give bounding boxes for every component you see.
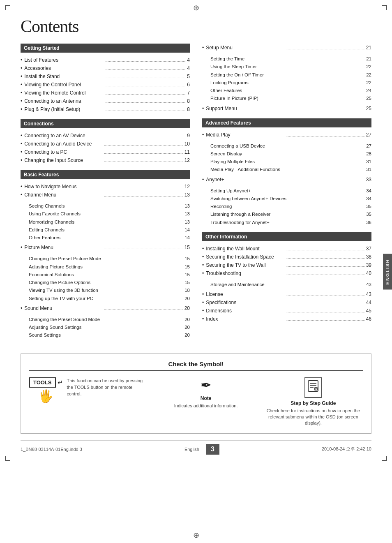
- dots: [286, 296, 364, 296]
- page-num: 44: [366, 299, 371, 306]
- page-num: 40: [366, 270, 371, 277]
- list-item: •Sound Menu20: [21, 304, 190, 312]
- sub-list-item: Changing the Preset Sound Mode20: [21, 316, 190, 323]
- page-num: 22: [366, 63, 371, 70]
- bullet: •: [202, 176, 204, 183]
- setup-menu-sublist: Setting the Time21 Using the Sleep Timer…: [202, 55, 371, 103]
- bullet: •: [202, 245, 204, 252]
- page-num: 33: [366, 176, 371, 183]
- support-menu-list: •Support Menu25: [202, 104, 371, 113]
- bullet: •: [21, 191, 22, 199]
- dots: [286, 110, 364, 110]
- bullet: •: [202, 44, 204, 51]
- symbol-items: TOOLS ↵ 🖐 This function can be used by p…: [29, 377, 363, 427]
- dots: [286, 266, 364, 267]
- entry-text: Economical Solutions: [29, 271, 184, 278]
- list-item: •Accessories4: [21, 64, 190, 72]
- entry-text: Plug & Play (Initial Setup): [24, 106, 104, 113]
- entry-text: Sound Menu: [24, 305, 103, 312]
- sub-list-item: Economical Solutions15: [21, 271, 190, 279]
- page-num: 39: [366, 261, 371, 269]
- symbol-box: Check the Symbol! TOOLS ↵ 🖐 This functio…: [21, 354, 371, 434]
- sub-list-item: Listening through a Receiver35: [202, 210, 371, 218]
- page-num: 27: [366, 143, 371, 150]
- page-num: 4: [187, 65, 190, 72]
- sub-list-item: Setting Up Anynet+34: [202, 187, 371, 195]
- page-num: 20: [184, 332, 190, 339]
- language-label: English: [184, 447, 199, 452]
- bullet: •: [21, 89, 22, 97]
- dots: [104, 145, 183, 146]
- list-item: •Securing the TV to the Wall39: [202, 261, 371, 269]
- corner-mark-tl: [5, 5, 10, 10]
- page-num: 37: [366, 245, 371, 252]
- entry-text: Sound Settings: [29, 332, 184, 339]
- entry-text: Storage and Maintenance: [210, 281, 366, 288]
- bullet: •: [21, 305, 22, 312]
- bullet: •: [21, 73, 22, 80]
- entry-text: Install the Stand: [24, 73, 104, 80]
- sub-list-item: Setting up the TV with your PC20: [21, 295, 190, 303]
- page-num: 24: [366, 87, 371, 94]
- page-num: 27: [366, 131, 371, 139]
- entry-text: Changing the Preset Picture Mode: [29, 255, 184, 262]
- list-item: •Connecting to an AV Device9: [21, 132, 190, 140]
- picture-menu-sublist: Changing the Preset Picture Mode15 Adjus…: [21, 255, 190, 303]
- tools-description: This function can be used by pressing th…: [67, 378, 143, 397]
- step-guide-icon: G: [304, 377, 322, 398]
- entry-text: Connecting to an AV Device: [24, 132, 104, 139]
- page-num: 6: [187, 81, 190, 88]
- other-info-list: •Installing the Wall Mount37 •Securing t…: [202, 245, 371, 277]
- page-num: 9: [187, 132, 190, 139]
- entry-text: Troubleshooting for Anynet+: [210, 219, 366, 226]
- note-label: Note: [201, 395, 212, 401]
- troubleshooting-sublist: Storage and Maintenance43: [202, 281, 371, 289]
- entry-text: Other Features: [29, 234, 184, 241]
- sub-list-item: Adjusting Sound Settings20: [21, 323, 190, 331]
- page-num: 20: [184, 305, 190, 312]
- bullet: •: [202, 315, 204, 323]
- page-num: 31: [366, 158, 371, 165]
- svg-text:G: G: [315, 388, 318, 391]
- sub-list-item: Changing the Preset Picture Mode15: [21, 255, 190, 263]
- list-item: •Support Menu25: [202, 104, 371, 113]
- page-num: 45: [366, 307, 371, 314]
- other-info-list2: •License43 •Specifications44 •Dimensions…: [202, 290, 371, 323]
- page-num: 12: [184, 183, 190, 190]
- anynet-list: •Anynet+33: [202, 176, 371, 184]
- basic-features-list: •How to Navigate Menus12 •Channel Menu13: [21, 183, 190, 199]
- bottom-compass: ⊕: [193, 531, 199, 540]
- entry-text: Connecting to an Audio Device: [24, 140, 103, 148]
- list-item: •Troubleshooting40: [202, 269, 371, 277]
- dots: [106, 111, 185, 111]
- sub-list-item: Screen Display28: [202, 150, 371, 158]
- dots: [104, 153, 183, 154]
- page-num: 21: [366, 44, 371, 51]
- entry-text: Setting Up Anynet+: [210, 187, 366, 194]
- entry-text: Viewing TV using the 3D function: [29, 287, 184, 294]
- entry-text: Seeing Channels: [29, 203, 184, 210]
- anynet-sublist: Setting Up Anynet+34 Switching between A…: [202, 187, 371, 226]
- list-item: •Channel Menu13: [21, 191, 190, 199]
- list-item: •Connecting to an Antenna8: [21, 97, 190, 105]
- list-item: •Connecting to an Audio Device10: [21, 140, 190, 148]
- entry-text: Listening through a Receiver: [210, 211, 366, 218]
- page-num: 20: [184, 295, 190, 302]
- note-description: Indicates additional information.: [174, 403, 238, 409]
- page-num: 4: [187, 56, 190, 64]
- symbol-box-title: Check the Symbol!: [29, 360, 363, 371]
- page-num: 13: [184, 191, 190, 199]
- english-tab: ENGLISH: [383, 254, 392, 289]
- sub-list-item: Viewing TV using the 3D function18: [21, 287, 190, 294]
- bullet: •: [202, 131, 204, 139]
- page-num: 18: [184, 287, 190, 294]
- symbol-item-note: ✒ Note Indicates additional information.: [157, 377, 256, 409]
- entry-text: Connecting to a PC: [24, 148, 103, 156]
- tools-arrow-icon: ↵: [58, 379, 63, 386]
- list-item: •Index46: [202, 315, 371, 323]
- note-icon: ✒: [201, 377, 212, 393]
- entry-text: Screen Display: [210, 150, 366, 157]
- dots: [286, 275, 364, 275]
- entry-text: Switching between Anynet+ Devices: [210, 195, 366, 202]
- bullet: •: [202, 253, 204, 261]
